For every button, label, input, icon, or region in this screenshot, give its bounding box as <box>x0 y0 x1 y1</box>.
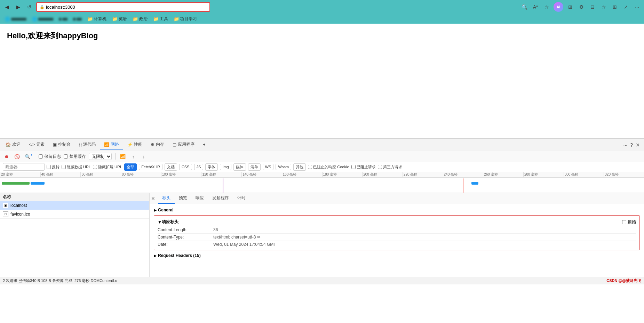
hide-data-url-label[interactable]: 隐藏数据 URL <box>62 164 91 170</box>
mark-140ms: 140 毫秒 <box>241 172 282 177</box>
bookmark-folder-english[interactable]: 📁 英语 <box>110 15 129 23</box>
hide-data-url-checkbox[interactable] <box>62 165 66 169</box>
read-mode-button[interactable]: Aᵃ <box>531 3 540 11</box>
devtools-tab-console[interactable]: ▣ 控制台 <box>49 139 75 150</box>
network-row-favicon[interactable]: □ favicon.ico <box>0 210 149 219</box>
invert-filter-label[interactable]: 反转 <box>47 164 59 170</box>
devtools-tab-welcome[interactable]: 🏠 欢迎 <box>1 139 25 150</box>
third-party-label[interactable]: 第三方请求 <box>378 164 402 170</box>
throttle-select[interactable]: 无限制 <box>89 153 112 160</box>
detail-tab-preview[interactable]: 预览 <box>175 193 191 204</box>
filter-input[interactable] <box>3 163 45 171</box>
settings-button[interactable]: ⚙ <box>577 3 586 11</box>
general-section-header[interactable]: ▶ General <box>154 206 640 214</box>
bookmark-blurred-1[interactable]: 🌐 ■■■■■■ <box>3 16 29 22</box>
back-button[interactable]: ◀ <box>3 3 11 11</box>
folder-icon-tools: 📁 <box>153 16 159 22</box>
download-button[interactable]: ↓ <box>140 153 148 160</box>
detail-tab-response[interactable]: 响应 <box>191 193 208 204</box>
hide-ext-url-text: 隐藏扩展 URL <box>98 164 122 170</box>
blocked-cookie-label[interactable]: 已阻止的响应 Cookie <box>308 164 349 170</box>
help-icon[interactable]: ? <box>630 142 633 148</box>
detail-tab-initiator[interactable]: 发起程序 <box>208 193 233 204</box>
url-input[interactable] <box>46 5 207 10</box>
browser-toolbar-right: 🔍 Aᵃ ☆ Ai ⊞ ⚙ ⊟ ☆ ⊞ ↗ ··· <box>520 2 641 12</box>
devtools-tab-sources[interactable]: {} 源代码 <box>75 139 100 150</box>
devtools-tab-application[interactable]: ▢ 应用程序 <box>168 139 199 150</box>
filter-btn-fetch[interactable]: Fetch/XHR <box>139 164 162 170</box>
preserve-log-checkbox[interactable] <box>39 154 43 159</box>
filter-btn-doc[interactable]: 文档 <box>165 163 177 171</box>
favorite-button[interactable]: ☆ <box>542 3 551 11</box>
profile-icon[interactable]: Ai <box>554 2 563 12</box>
wifi-icon[interactable]: 📶 <box>119 153 127 160</box>
filter-btn-all[interactable]: 全部 <box>124 163 137 171</box>
bookmark-label-4: ■■ <box>77 17 82 22</box>
search-button[interactable]: 🔍 <box>520 3 528 11</box>
detail-tab-headers[interactable]: 标头 <box>158 193 175 204</box>
devtools-tab-add[interactable]: + <box>199 140 209 150</box>
forward-button[interactable]: ▶ <box>14 3 22 11</box>
collections-button[interactable]: ⊞ <box>566 3 574 11</box>
bookmark-folder-computer[interactable]: 📁 计算机 <box>85 15 109 23</box>
filter-btn-css[interactable]: CSS <box>179 164 192 170</box>
close-devtools-icon[interactable]: ✕ <box>636 142 640 148</box>
filter-btn-wasm[interactable]: Wasm <box>276 164 291 170</box>
detail-close-button[interactable]: ✕ <box>151 196 155 201</box>
devtools-tab-performance[interactable]: ⚡ 性能 <box>123 139 146 150</box>
record-button[interactable]: ⏺ <box>3 153 10 160</box>
devtools-tab-network[interactable]: 📶 网络 <box>100 139 123 150</box>
detail-tab-timing[interactable]: 计时 <box>233 193 250 204</box>
preserve-log-label[interactable]: 保留日志 <box>39 154 61 160</box>
invert-checkbox[interactable] <box>47 165 51 169</box>
filter-toggle-button[interactable]: 🔍● <box>24 153 31 160</box>
filter-btn-font[interactable]: 字体 <box>205 163 218 171</box>
filter-btn-img[interactable]: Img <box>220 164 231 170</box>
address-bar[interactable]: 🔒 <box>36 2 210 12</box>
more-dots-icon[interactable]: ··· <box>623 142 628 148</box>
share-button[interactable]: ↗ <box>622 3 630 11</box>
blocked-cookie-checkbox[interactable] <box>308 165 312 169</box>
sidebar-button[interactable]: ⊟ <box>588 3 597 11</box>
more-button[interactable]: ··· <box>633 3 641 11</box>
hide-ext-url-checkbox[interactable] <box>93 165 97 169</box>
filter-icon: 🔍● <box>25 154 30 159</box>
bookmark-label-3: ■■ <box>62 17 67 22</box>
network-list: 名称 ▣ localhost □ favicon.ico <box>0 193 150 277</box>
devtools-network-toolbar: ⏺ 🚫 🔍● 保留日志 禁用缓存 无限制 📶 ↑ ↓ <box>0 151 644 162</box>
filter-btn-ws[interactable]: WS <box>263 164 274 170</box>
request-headers-label: Request Headers (15) <box>158 253 201 258</box>
response-headers-box: ▼ 响应标头 原始 Content-Length: 36 Content-Ty <box>154 215 640 250</box>
network-row-localhost[interactable]: ▣ localhost <box>0 201 149 210</box>
refresh-button[interactable]: ↺ <box>25 3 33 11</box>
disable-cache-label[interactable]: 禁用缓存 <box>64 154 86 160</box>
bookmark-blurred-4[interactable]: ■ ■■ <box>71 16 84 22</box>
blocked-req-label[interactable]: 已阻止请求 <box>351 164 376 170</box>
apps-button[interactable]: ⊞ <box>611 3 619 11</box>
bookmark-folder-politics[interactable]: 📁 政治 <box>130 15 150 23</box>
lock-icon: 🔒 <box>40 5 45 9</box>
clear-button[interactable]: 🚫 <box>13 153 21 160</box>
bookmark-blurred-2[interactable]: 🌐 ■■■■■■ <box>30 16 56 22</box>
favorites-bar-button[interactable]: ☆ <box>599 3 608 11</box>
raw-checkbox-label[interactable]: 原始 <box>622 219 636 225</box>
raw-checkbox[interactable] <box>622 220 626 224</box>
upload-button[interactable]: ↑ <box>129 153 137 160</box>
timeline-bar-red <box>463 178 463 193</box>
bookmark-folder-projects[interactable]: 📁 项目学习 <box>172 15 199 23</box>
hide-ext-url-label[interactable]: 隐藏扩展 URL <box>93 164 122 170</box>
bookmark-blurred-3[interactable]: ■ ■■ <box>57 16 70 22</box>
disable-cache-checkbox[interactable] <box>64 154 68 159</box>
blocked-req-checkbox[interactable] <box>351 165 356 169</box>
devtools-tab-elements[interactable]: </> 元素 <box>25 139 49 150</box>
filter-btn-js[interactable]: JS <box>194 164 204 170</box>
request-headers-section-header[interactable]: ▶ Request Headers (15) <box>154 252 640 259</box>
filter-btn-other[interactable]: 其他 <box>293 163 306 171</box>
third-party-checkbox[interactable] <box>378 165 382 169</box>
filter-btn-media[interactable]: 媒体 <box>233 163 246 171</box>
bookmark-folder-tools[interactable]: 📁 工具 <box>151 15 170 23</box>
filter-btn-manifest[interactable]: 清单 <box>248 163 261 171</box>
devtools-tab-memory[interactable]: ⚙ 内存 <box>146 139 168 150</box>
blocked-req-text: 已阻止请求 <box>357 164 376 170</box>
welcome-tab-icon: 🏠 <box>6 142 11 147</box>
